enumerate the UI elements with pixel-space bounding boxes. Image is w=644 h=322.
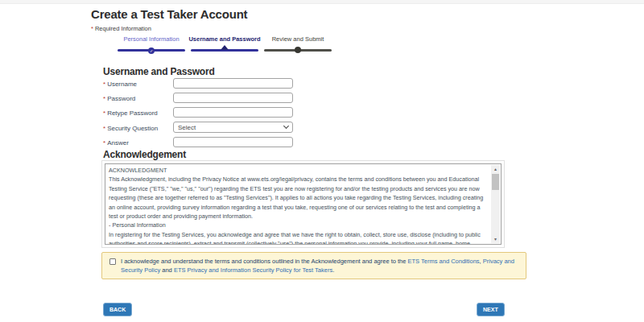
- step-label: Username and Password: [188, 35, 260, 43]
- link-ets-terms-and-conditions[interactable]: ETS Terms and Conditions: [408, 258, 480, 265]
- consent-text-after: .: [332, 266, 334, 274]
- scrollbar-thumb[interactable]: [492, 174, 499, 190]
- chevron-down-icon: [283, 123, 289, 129]
- required-asterisk: *: [103, 80, 105, 88]
- security-question-select[interactable]: Select: [173, 122, 293, 133]
- select-value: Select: [178, 124, 196, 131]
- create-test-taker-account-page: Create a Test Taker Account *Required In…: [0, 0, 644, 322]
- acknowledgement-scroll-area[interactable]: ACKNOWLEDGMENT This Acknowledgment, incl…: [105, 163, 502, 245]
- step-track: [191, 47, 258, 54]
- password-input[interactable]: [173, 93, 293, 103]
- vertical-scrollbar[interactable]: ▲ ▼: [491, 165, 500, 243]
- scroll-up-arrow-icon[interactable]: ▲: [491, 165, 500, 173]
- required-note-label: Required Information: [95, 25, 151, 32]
- next-button[interactable]: NEXT: [477, 303, 505, 316]
- page-title: Create a Test Taker Account: [91, 7, 247, 21]
- step-track: [264, 47, 332, 54]
- acknowledgement-heading: Acknowledgement: [103, 149, 186, 160]
- answer-label: *Answer: [103, 139, 129, 147]
- required-asterisk: *: [103, 109, 105, 117]
- consent-text: I acknowledge and understand the terms a…: [121, 258, 519, 275]
- consent-separator: and: [160, 266, 174, 274]
- label-text: Username: [107, 80, 137, 88]
- step-label: Personal Information: [123, 35, 179, 43]
- link-ets-privacy-info-security-policy[interactable]: ETS Privacy and Information Security Pol…: [174, 266, 332, 274]
- required-asterisk: *: [103, 139, 105, 147]
- step-completed-check-icon: ✓: [148, 47, 155, 54]
- acknowledge-checkbox[interactable]: [109, 258, 116, 265]
- consent-banner: I acknowledge and understand the terms a…: [101, 252, 526, 279]
- step-current-triangle-icon: [221, 45, 229, 50]
- top-strip: [0, 0, 644, 4]
- required-asterisk: *: [91, 25, 93, 32]
- step-personal-information[interactable]: Personal Information ✓: [118, 35, 185, 54]
- label-text: Retype Password: [107, 109, 158, 117]
- retype-password-label: *Retype Password: [103, 109, 158, 117]
- required-information-note: *Required Information: [91, 25, 151, 32]
- required-asterisk: *: [103, 125, 105, 132]
- ack-paragraph: In registering for the Testing Services,…: [109, 230, 489, 244]
- step-review-and-submit[interactable]: Review and Submit: [264, 35, 332, 54]
- security-question-label: *Security Question: [103, 125, 158, 132]
- acknowledgement-text: ACKNOWLEDGMENT This Acknowledgment, incl…: [105, 164, 491, 244]
- back-button[interactable]: BACK: [103, 303, 132, 316]
- wizard-stepper: Personal Information ✓ Username and Pass…: [118, 35, 332, 54]
- step-track: ✓: [118, 47, 185, 54]
- username-input[interactable]: [173, 78, 293, 89]
- acknowledgement-panel: ACKNOWLEDGMENT This Acknowledgment, incl…: [101, 160, 505, 248]
- label-text: Password: [107, 95, 135, 102]
- ack-paragraph: This Acknowledgment, including the Priva…: [109, 175, 489, 221]
- password-label: *Password: [103, 95, 135, 102]
- label-text: Security Question: [107, 125, 158, 132]
- label-text: Answer: [107, 139, 129, 147]
- username-label: *Username: [103, 80, 137, 88]
- step-label: Review and Submit: [272, 35, 324, 43]
- retype-password-input[interactable]: [173, 107, 293, 118]
- ack-doc-title: ACKNOWLEDGMENT: [109, 166, 489, 175]
- section-heading-username-password: Username and Password: [103, 66, 215, 77]
- required-asterisk: *: [103, 95, 105, 102]
- scroll-down-arrow-icon[interactable]: ▼: [491, 235, 500, 243]
- step-username-and-password[interactable]: Username and Password: [191, 35, 258, 54]
- step-upcoming-dot-icon: [295, 47, 301, 53]
- ack-subheading: - Personal Information: [109, 221, 489, 229]
- answer-input[interactable]: [173, 137, 293, 147]
- consent-text-before: I acknowledge and understand the terms a…: [121, 258, 408, 265]
